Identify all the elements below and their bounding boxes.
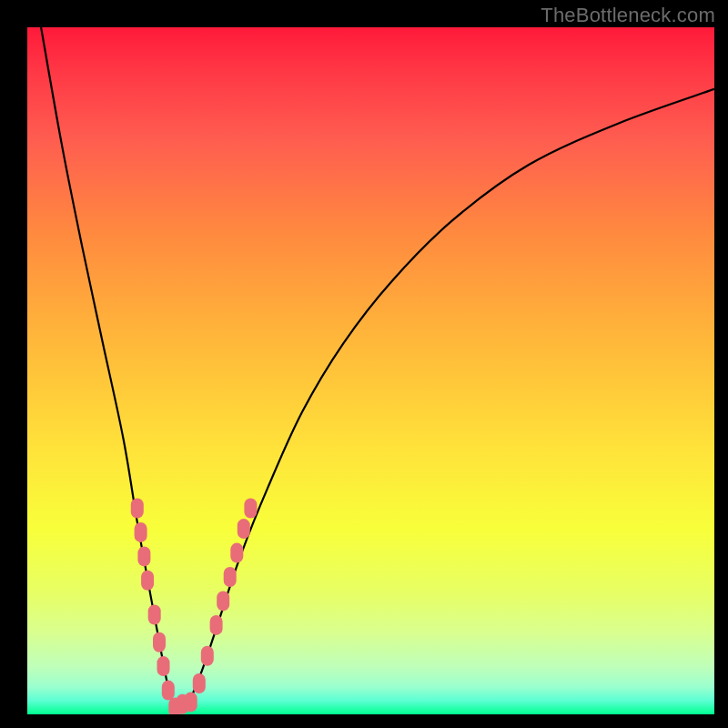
curve-marker [157,656,170,676]
curve-marker [193,673,206,693]
curve-marker [238,519,250,539]
curve-marker [210,615,223,635]
curve-marker [131,499,144,519]
bottleneck-curve [41,27,714,710]
curve-marker [185,692,197,712]
curve-marker [217,591,229,611]
plot-area [27,27,714,714]
curve-layer [27,27,714,714]
curve-markers [131,499,258,715]
curve-marker [224,567,237,587]
chart-frame: TheBottleneck.com [0,0,728,728]
curve-marker [230,543,243,563]
curve-marker [201,646,214,666]
curve-marker [141,571,154,591]
curve-marker [137,546,150,566]
curve-marker [162,681,175,701]
curve-marker [244,499,257,519]
curve-marker [148,605,161,625]
curve-marker [135,522,147,542]
curve-marker [153,632,166,652]
watermark-text: TheBottleneck.com [541,4,715,27]
